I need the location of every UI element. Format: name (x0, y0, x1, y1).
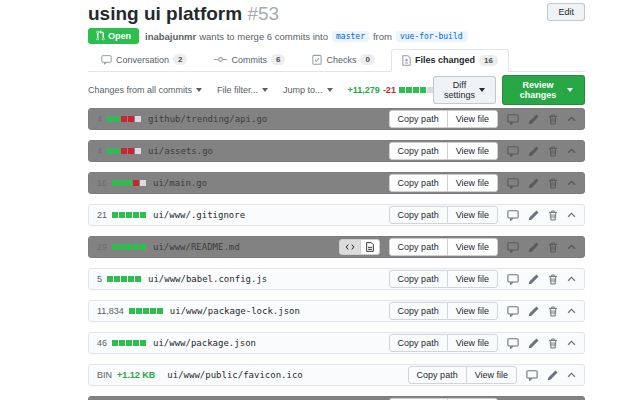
edit-file-icon[interactable] (528, 210, 539, 221)
tab-bar: Conversation 2 Commits 6 Checks 0 Files … (88, 49, 585, 72)
edit-file-icon[interactable] (528, 274, 539, 285)
file-size-delta: +1.12 KB (117, 370, 155, 380)
file-actions: Copy path View file (389, 334, 576, 352)
file-path[interactable]: ui/www/package-lock.json (170, 306, 300, 316)
collapse-file-icon[interactable] (567, 307, 576, 315)
file-changes-count: 21 (97, 210, 107, 220)
edit-file-icon[interactable] (528, 306, 539, 317)
tab-commits[interactable]: Commits 6 (203, 49, 296, 71)
git-pull-request-icon (96, 30, 105, 41)
file-buttons: Copy path View file (389, 334, 498, 352)
chevron-down-icon (262, 88, 268, 92)
collapse-file-icon[interactable] (567, 243, 576, 251)
collapse-file-icon[interactable] (567, 147, 576, 155)
file-changes-count: 11,834 (97, 306, 124, 316)
view-file-button[interactable]: View file (447, 334, 498, 352)
copy-path-button[interactable]: Copy path (389, 110, 448, 128)
view-file-button[interactable]: View file (447, 206, 498, 224)
delete-file-icon[interactable] (548, 178, 558, 189)
edit-file-icon[interactable] (528, 338, 539, 349)
file-buttons: Copy path View file (389, 110, 498, 128)
copy-path-button[interactable]: Copy path (389, 238, 448, 256)
delete-file-icon[interactable] (548, 210, 558, 221)
copy-path-button[interactable]: Copy path (389, 270, 448, 288)
edit-file-icon[interactable] (528, 242, 539, 253)
collapse-file-icon[interactable] (567, 211, 576, 219)
file-path[interactable]: ui/main.go (153, 178, 207, 188)
file-header-row: 46 ui/www/package.json Copy path View fi… (88, 332, 585, 354)
view-file-button[interactable]: View file (447, 270, 498, 288)
pr-title: using ui platform #53 (88, 3, 279, 25)
changes-from-dropdown[interactable]: Changes from all commits (88, 85, 202, 95)
view-file-button[interactable]: View file (447, 174, 498, 192)
rendered-view-button[interactable] (360, 239, 380, 255)
delete-file-icon[interactable] (548, 306, 558, 317)
comment-icon[interactable] (526, 370, 538, 381)
file-path[interactable]: ui/assets.go (148, 146, 213, 156)
copy-path-button[interactable]: Copy path (389, 142, 448, 160)
delete-file-icon[interactable] (548, 146, 558, 157)
edit-file-icon[interactable] (528, 146, 539, 157)
collapse-file-icon[interactable] (567, 115, 576, 123)
added-block (150, 308, 156, 314)
jump-to-dropdown[interactable]: Jump to... (283, 85, 333, 95)
view-file-button[interactable]: View file (466, 366, 517, 384)
comment-icon[interactable] (507, 306, 519, 317)
file-path[interactable]: ui/www/babel.config.js (148, 274, 267, 284)
diffstat-blocks (107, 116, 141, 122)
tab-files-changed[interactable]: Files changed 16 (391, 49, 509, 72)
added-block (133, 340, 139, 346)
additions-count: +11,279 (348, 85, 380, 95)
file-header-row: 5 ui/www/babel.config.js Copy path View … (88, 268, 585, 290)
added-block (107, 148, 113, 154)
view-file-button[interactable]: View file (447, 238, 498, 256)
collapse-file-icon[interactable] (567, 179, 576, 187)
added-block (119, 340, 125, 346)
added-block (406, 87, 412, 93)
comment-icon[interactable] (507, 274, 519, 285)
file-header-row: 4 github/trending/api.go Copy path View … (88, 108, 585, 130)
delete-file-icon[interactable] (548, 274, 558, 285)
copy-path-button[interactable]: Copy path (389, 206, 448, 224)
comment-icon[interactable] (507, 178, 519, 189)
file-filter-dropdown[interactable]: File filter... (217, 85, 268, 95)
edit-file-icon[interactable] (528, 178, 539, 189)
file-path[interactable]: github/trending/api.go (148, 114, 267, 124)
collapse-file-icon[interactable] (567, 371, 576, 379)
file-icon (366, 242, 374, 252)
diff-settings-button[interactable]: Diff settings (433, 76, 496, 104)
file-buttons: Copy path View file (389, 174, 498, 192)
copy-path-button[interactable]: Copy path (408, 366, 467, 384)
neutral-block (140, 180, 146, 186)
review-changes-button[interactable]: Review changes (502, 75, 585, 105)
added-block (112, 180, 118, 186)
edit-file-icon[interactable] (547, 370, 558, 381)
view-file-button[interactable]: View file (447, 302, 498, 320)
delete-file-icon[interactable] (548, 114, 558, 125)
comment-icon[interactable] (507, 114, 519, 125)
comment-icon[interactable] (507, 242, 519, 253)
source-view-button[interactable] (339, 239, 361, 255)
delete-file-icon[interactable] (548, 338, 558, 349)
view-file-button[interactable]: View file (447, 142, 498, 160)
comment-icon[interactable] (507, 210, 519, 221)
chevron-down-icon (327, 88, 333, 92)
file-path[interactable]: ui/www/README.md (153, 242, 240, 252)
file-path[interactable]: ui/www/package.json (153, 338, 256, 348)
edit-button[interactable]: Edit (547, 3, 585, 21)
collapse-file-icon[interactable] (567, 339, 576, 347)
copy-path-button[interactable]: Copy path (389, 302, 448, 320)
view-file-button[interactable]: View file (447, 110, 498, 128)
file-path[interactable]: ui/www/public/favicon.ico (167, 370, 302, 380)
tab-conversation[interactable]: Conversation 2 (90, 49, 198, 71)
tab-checks[interactable]: Checks 0 (301, 49, 385, 71)
file-actions: Copy path View file (389, 142, 576, 160)
collapse-file-icon[interactable] (567, 275, 576, 283)
file-path[interactable]: ui/www/.gitignore (153, 210, 245, 220)
edit-file-icon[interactable] (528, 114, 539, 125)
comment-icon[interactable] (507, 338, 519, 349)
comment-icon[interactable] (507, 146, 519, 157)
copy-path-button[interactable]: Copy path (389, 174, 448, 192)
delete-file-icon[interactable] (548, 242, 558, 253)
copy-path-button[interactable]: Copy path (389, 334, 448, 352)
